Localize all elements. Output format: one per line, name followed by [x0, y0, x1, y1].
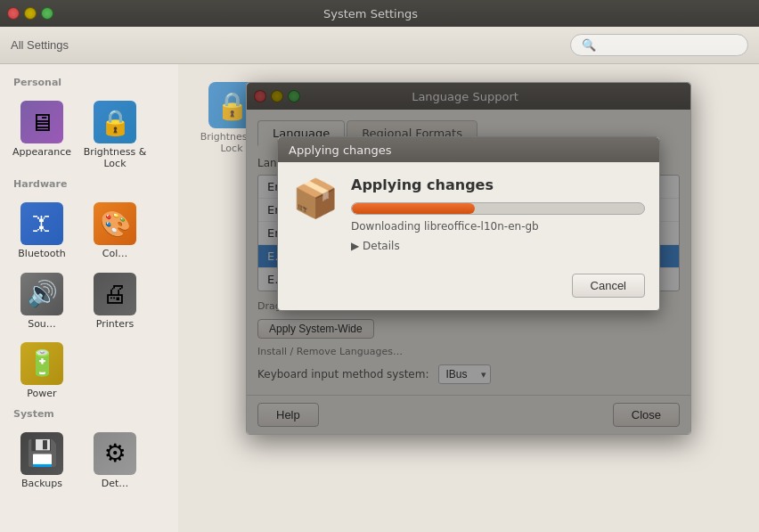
cancel-button[interactable]: Cancel: [572, 274, 645, 298]
details-toggle[interactable]: ▶ Details: [351, 240, 645, 252]
appearance-icon: 🖥: [20, 101, 63, 143]
printers-label: Printers: [96, 318, 134, 330]
window-controls: [7, 7, 53, 20]
language-support-dialog: Language Support Language Regional Forma…: [246, 82, 691, 435]
dialog-overlay: Language Support Language Regional Forma…: [178, 64, 759, 532]
power-icon: 🔋: [20, 342, 63, 385]
apply-footer: Cancel: [278, 266, 659, 310]
top-bar: All Settings 🔍: [0, 27, 759, 64]
apply-dialog-titlebar: Applying changes: [278, 137, 659, 162]
sidebar-item-sound[interactable]: 🔊 Sou…: [6, 266, 78, 333]
maximize-window-button[interactable]: [41, 7, 53, 20]
search-icon: 🔍: [582, 38, 596, 52]
sidebar-item-printers[interactable]: 🖨 Printers: [79, 266, 151, 333]
apply-dialog-overlay: Applying changes 📦 Applying changes Down…: [247, 83, 690, 434]
color-icon: 🎨: [94, 202, 136, 245]
progress-bar-bg: [351, 202, 645, 215]
details-label: Det…: [102, 478, 129, 489]
sidebar-item-color[interactable]: 🎨 Col…: [79, 195, 151, 263]
title-bar: System Settings: [0, 0, 759, 27]
system-section-label: System: [4, 405, 174, 423]
sidebar-item-details[interactable]: ⚙ Det…: [79, 425, 151, 493]
sidebar-item-brightness[interactable]: 🔒 Brightness &Lock: [79, 94, 151, 173]
sidebar-item-backups[interactable]: 💾 Backups: [6, 425, 78, 493]
power-label: Power: [27, 388, 56, 399]
sidebar-item-appearance[interactable]: 🖥 Appearance: [6, 94, 78, 173]
apply-content: Applying changes Downloading libreoffice…: [351, 176, 645, 252]
settings-window: All Settings 🔍 Personal 🖥 Appearance 🔒 B…: [0, 27, 759, 532]
window-title: System Settings: [61, 7, 681, 20]
search-box[interactable]: 🔍: [570, 34, 748, 56]
color-label: Col…: [102, 248, 127, 259]
brightness-icon: 🔒: [94, 101, 136, 143]
sidebar-item-power[interactable]: 🔋 Power: [6, 335, 78, 403]
apply-package-icon: 📦: [292, 176, 339, 252]
backups-icon: 💾: [20, 432, 63, 475]
sound-label: Sou…: [28, 318, 56, 330]
backups-label: Backups: [21, 478, 62, 489]
close-window-button[interactable]: [7, 7, 20, 20]
progress-status-text: Downloading libreoffice-l10n-en-gb: [351, 220, 645, 233]
sidebar-item-bluetooth[interactable]: ⯰ Bluetooth: [6, 195, 78, 263]
apply-heading: Applying changes: [351, 176, 645, 193]
printers-icon: 🖨: [94, 273, 136, 315]
applying-changes-dialog: Applying changes 📦 Applying changes Down…: [277, 136, 660, 311]
main-panel: 🔒 Brightness &Lock: [178, 64, 759, 532]
hardware-icons-grid: ⯰ Bluetooth 🎨 Col… 🔊 Sou… 🖨 Printers 🔋: [4, 193, 174, 405]
brightness-label: Brightness &Lock: [84, 146, 147, 169]
bluetooth-label: Bluetooth: [18, 248, 65, 259]
all-settings-button[interactable]: All Settings: [11, 38, 69, 52]
progress-bar-fill: [352, 203, 475, 214]
bluetooth-icon: ⯰: [20, 202, 63, 245]
apply-dialog-body: 📦 Applying changes Downloading libreoffi…: [278, 162, 659, 266]
minimize-window-button[interactable]: [24, 7, 37, 20]
content-area: Personal 🖥 Appearance 🔒 Brightness &Lock…: [0, 64, 759, 532]
personal-icons-grid: 🖥 Appearance 🔒 Brightness &Lock: [4, 92, 174, 175]
appearance-label: Appearance: [12, 146, 71, 158]
details-icon: ⚙: [94, 432, 136, 475]
hardware-section-label: Hardware: [4, 175, 174, 193]
system-icons-grid: 💾 Backups ⚙ Det…: [4, 423, 174, 495]
personal-section-label: Personal: [4, 73, 174, 92]
sound-icon: 🔊: [20, 273, 63, 315]
sidebar: Personal 🖥 Appearance 🔒 Brightness &Lock…: [0, 64, 178, 532]
apply-dialog-title: Applying changes: [289, 143, 392, 157]
